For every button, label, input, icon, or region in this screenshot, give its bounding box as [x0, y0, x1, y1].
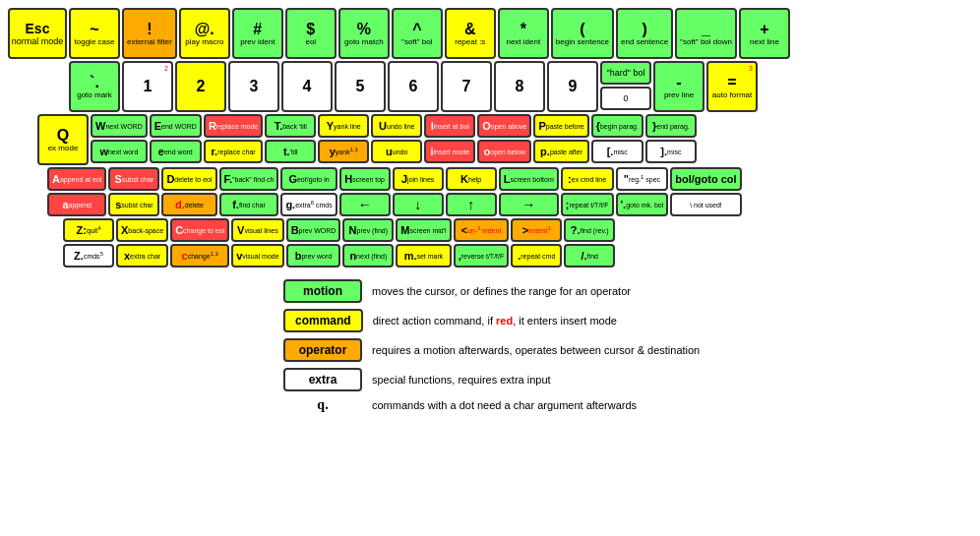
key-Q[interactable]: Q ex mode: [37, 114, 89, 165]
key-V-top[interactable]: V visual lines: [231, 218, 283, 242]
key-star[interactable]: * next ident: [498, 8, 549, 59]
key-rbrack-bot[interactable]: ]. misc: [645, 140, 697, 163]
key-dot-bot[interactable]: . repeat cmd: [511, 244, 562, 268]
key-6[interactable]: 6: [388, 61, 439, 112]
key-lt-top[interactable]: < un-3 indent: [454, 218, 510, 242]
key-Z-top[interactable]: Z: quit4: [63, 218, 114, 242]
key-7[interactable]: 7: [441, 61, 492, 112]
key-f-bot[interactable]: f. find char: [219, 193, 279, 216]
key-y-bot[interactable]: y yank1,3: [318, 140, 369, 163]
key-k-bot[interactable]: ↑: [446, 193, 497, 216]
key-D-wrap: D delete to eol d. delete: [161, 167, 216, 216]
key-L-top[interactable]: L screen bottom: [499, 167, 559, 191]
key-n-bot[interactable]: n next (find): [342, 244, 394, 268]
key-j-bot[interactable]: ↓: [393, 193, 444, 216]
key-A-top[interactable]: A append at eol: [47, 167, 106, 191]
key-X-top[interactable]: X back-space: [116, 218, 168, 242]
key-rparen[interactable]: ) end sentence: [616, 8, 673, 59]
key-backtick-dot[interactable]: `. goto mark: [69, 61, 120, 112]
key-backslash-top[interactable]: bol/goto col: [670, 167, 741, 191]
key-G-top[interactable]: G eof/goto ln: [280, 167, 337, 191]
key-hash[interactable]: # prev ident: [232, 8, 283, 59]
key-dollar[interactable]: $ eol: [285, 8, 337, 59]
key-I-top[interactable]: I insert at bol: [424, 114, 475, 138]
key-K-top[interactable]: K help: [446, 167, 497, 191]
key-caret[interactable]: ^ "soft" bol: [392, 8, 443, 59]
key-W-top[interactable]: W next WORD: [91, 114, 148, 138]
key-exclaim[interactable]: ! external filter: [122, 8, 177, 59]
key-underscore[interactable]: _ "soft" bol down: [675, 8, 737, 59]
key-s-bot[interactable]: s subst char: [108, 193, 159, 216]
key-lbrace-top[interactable]: { begin parag.: [591, 114, 643, 138]
key-N-top[interactable]: N prev (find): [342, 218, 394, 242]
key-0-bot[interactable]: 0: [600, 87, 651, 110]
key-comma-bot[interactable]: , reverse t/T/f/F: [454, 244, 510, 268]
key-S-top[interactable]: S subst char: [108, 167, 159, 191]
key-tilde[interactable]: ~ toggle case: [69, 8, 120, 59]
key-colon-top[interactable]: : ex cmd line: [561, 167, 614, 191]
key-l-bot[interactable]: →: [499, 193, 559, 216]
key-at[interactable]: @. play macro: [179, 8, 230, 59]
key-m-bot[interactable]: m. set mark: [396, 244, 451, 268]
key-F-top[interactable]: F. "back" find ch: [219, 167, 279, 191]
key-p-bot[interactable]: p. paste after: [533, 140, 588, 163]
key-rbrace-top[interactable]: } end parag.: [645, 114, 697, 138]
key-d-bot[interactable]: d. delete: [161, 193, 216, 216]
key-b-bot[interactable]: b prev word: [286, 244, 341, 268]
key-plus[interactable]: + next line: [739, 8, 790, 59]
key-z-bot[interactable]: Z. cmds5: [63, 244, 114, 268]
key-H-top[interactable]: H screen top: [339, 167, 391, 191]
key-e-bot[interactable]: e end word: [150, 140, 202, 163]
key-c-bot[interactable]: c change1,3: [170, 244, 229, 268]
key-lparen[interactable]: ( begin sentence: [551, 8, 614, 59]
key-h-bot[interactable]: ←: [339, 193, 391, 216]
key-0-top[interactable]: "hard" bol: [600, 61, 651, 85]
key-O-top[interactable]: O open above: [477, 114, 531, 138]
key-percent[interactable]: % goto match: [338, 8, 390, 59]
key-v-bot[interactable]: v visual mode: [231, 244, 283, 268]
key-2[interactable]: 2: [175, 61, 226, 112]
key-8[interactable]: 8: [494, 61, 545, 112]
key-Y-top[interactable]: Y yank line: [318, 114, 369, 138]
key-u-bot[interactable]: u undo: [371, 140, 422, 163]
key-R-top[interactable]: R replace mode: [204, 114, 263, 138]
key-question-top[interactable]: ?. find (rev.): [564, 218, 615, 242]
key-t-bot[interactable]: t. 'till: [265, 140, 316, 163]
key-backslash-bot[interactable]: \ not used!: [670, 193, 741, 216]
key-g-bot[interactable]: g. extra6 cmds: [280, 193, 337, 216]
key-r-bot[interactable]: r. replace char: [204, 140, 263, 163]
key-equals[interactable]: = 3 auto format: [706, 61, 758, 112]
key-C-top-label: C: [175, 224, 183, 236]
key-minus[interactable]: - prev line: [653, 61, 704, 112]
key-slash-bot[interactable]: /. find: [564, 244, 615, 268]
key-T-top[interactable]: T. back 'till: [265, 114, 316, 138]
key-E-top[interactable]: E end WORD: [150, 114, 202, 138]
key-esc[interactable]: Esc normal mode: [8, 8, 67, 59]
key-r-bot-label: r.: [211, 146, 217, 157]
key-lbrack-bot[interactable]: [. misc: [591, 140, 643, 163]
key-M-top[interactable]: M screen mid'l: [396, 218, 451, 242]
key-exclaim-main: !: [147, 20, 152, 38]
key-dquote-top[interactable]: " reg.1 spec: [616, 167, 669, 191]
key-9[interactable]: 9: [547, 61, 598, 112]
key-P-top[interactable]: P paste before: [533, 114, 588, 138]
key-semi-bot[interactable]: ; repeat t/T/f/F: [561, 193, 614, 216]
key-i-bot[interactable]: i insert mode: [424, 140, 475, 163]
key-x-bot[interactable]: x extra char: [116, 244, 168, 268]
key-4[interactable]: 4: [281, 61, 333, 112]
key-F-wrap: F. "back" find ch f. find char: [219, 167, 279, 216]
key-J-top[interactable]: J join lines: [393, 167, 444, 191]
key-1[interactable]: 1 2: [122, 61, 173, 112]
key-5[interactable]: 5: [335, 61, 386, 112]
key-w-bot[interactable]: w next word: [91, 140, 148, 163]
key-C-top[interactable]: C change to eol: [170, 218, 229, 242]
key-B-top[interactable]: B prev WORD: [286, 218, 341, 242]
key-gt-top[interactable]: > indent3: [511, 218, 562, 242]
key-D-top[interactable]: D delete to eol: [161, 167, 216, 191]
key-o-bot[interactable]: o open below: [477, 140, 531, 163]
key-3[interactable]: 3: [228, 61, 279, 112]
key-a-bot[interactable]: a append: [47, 193, 106, 216]
key-U-top[interactable]: U undo line: [371, 114, 422, 138]
key-squote-bot[interactable]: '. goto mk. bol: [616, 193, 669, 216]
key-amp[interactable]: & repeat :s: [445, 8, 496, 59]
